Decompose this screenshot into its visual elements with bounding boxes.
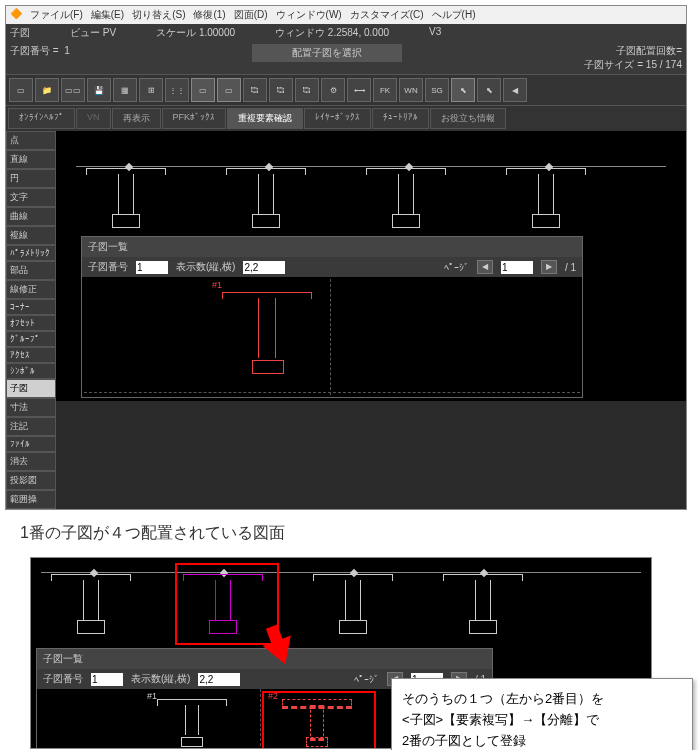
info-window: ウィンドウ 2.2584, 0.000 (275, 26, 389, 40)
tool-back-icon[interactable]: ◀ (503, 78, 527, 102)
tool-select-icon[interactable]: ▭ (191, 78, 215, 102)
child-list-panel: 子図一覧 子図番号 表示数(縦,横) ﾍﾟｰｼﾞ ◀ ▶ / 1 #1 (81, 236, 583, 398)
side-erase[interactable]: 消去 (6, 452, 56, 471)
tool-wn[interactable]: WN (399, 78, 423, 102)
menu-help[interactable]: ヘルプ(H) (432, 8, 476, 22)
side-note[interactable]: 注記 (6, 417, 56, 436)
cmd-tutorial[interactable]: ﾁｭｰﾄﾘｱﾙ (372, 108, 429, 129)
disp-input-2[interactable] (198, 673, 240, 686)
tool-overlay-icon[interactable]: ▭▭ (61, 78, 85, 102)
menu-bar: 🔶 ファイル(F) 編集(E) 切り替え(S) 修復(1) 図面(D) ウィンド… (6, 6, 686, 24)
menu-file[interactable]: ファイル(F) (30, 8, 83, 22)
menu-repair[interactable]: 修復(1) (193, 8, 225, 22)
beam-2 (226, 168, 306, 228)
tool-fk[interactable]: FK (373, 78, 397, 102)
side-part[interactable]: 部品 (6, 261, 56, 280)
child-preview-2a[interactable] (157, 699, 227, 747)
tool-config-icon[interactable]: ⚙ (321, 78, 345, 102)
beam-3 (366, 168, 446, 228)
tool-select2-icon[interactable]: ▭ (217, 78, 241, 102)
disp-input[interactable] (243, 261, 285, 274)
cmd-pfk[interactable]: PFKﾎﾞｯｸｽ (162, 108, 227, 129)
beam-1 (86, 168, 166, 228)
sidebar: 点 直線 円 文字 曲線 複線 ﾊﾟﾗﾒﾄﾘｯｸ 部品 線修正 ｺｰﾅｰ ｵﾌｾ… (6, 131, 56, 509)
tool-cursor2-icon[interactable]: ⬉ (477, 78, 501, 102)
toolbar: ▭ 📁 ▭▭ 💾 ▦ ⊞ ⋮⋮ ▭ ▭ ⿻ ⿻ ⿻ ⚙ ⟷ FK WN SG ⬉… (6, 74, 686, 106)
tool-copy-icon[interactable]: ⿻ (243, 78, 267, 102)
side-corner[interactable]: ｺｰﾅｰ (6, 299, 56, 315)
side-dim[interactable]: 寸法 (6, 398, 56, 417)
cmd-vn[interactable]: VN (76, 108, 111, 129)
beam2-3 (313, 574, 393, 634)
childno-input[interactable] (136, 261, 168, 274)
page-label: ﾍﾟｰｼﾞ (444, 262, 469, 273)
child-preview-1[interactable] (222, 292, 312, 382)
disp-label: 表示数(縦,横) (176, 260, 235, 274)
tool-dots-icon[interactable]: ⋮⋮ (165, 78, 189, 102)
tool-save-icon[interactable]: 💾 (87, 78, 111, 102)
page-input[interactable] (501, 261, 533, 274)
command-bar: ｵﾝﾗｲﾝﾍﾙﾌﾟ VN 再表示 PFKﾎﾞｯｸｽ 重複要素確認 ﾚｲﾔｰﾎﾞｯ… (6, 106, 686, 131)
side-circle[interactable]: 円 (6, 169, 56, 188)
tool-grid-icon[interactable]: ▦ (113, 78, 137, 102)
cmd-param[interactable]: 重複要素確認 (227, 108, 303, 129)
tool-cursor-icon[interactable]: ⬉ (451, 78, 475, 102)
side-point[interactable]: 点 (6, 131, 56, 150)
child-tag-1: #1 (212, 280, 222, 290)
cmd-layer[interactable]: ﾚｲﾔｰﾎﾞｯｸｽ (304, 108, 371, 129)
side-curve[interactable]: 曲線 (6, 207, 56, 226)
beam2-4 (443, 574, 523, 634)
info-bar: 子図 ビュー PV スケール 1.00000 ウィンドウ 2.2584, 0.0… (6, 24, 686, 42)
side-linefix[interactable]: 線修正 (6, 280, 56, 299)
side-text[interactable]: 文字 (6, 188, 56, 207)
tool-layer2-icon[interactable]: ⿻ (295, 78, 319, 102)
info-view: ビュー PV (70, 26, 116, 40)
childno-label: 子図番号 (88, 260, 128, 274)
beam-4 (506, 168, 586, 228)
menu-customize[interactable]: カスタマイズ(C) (350, 8, 424, 22)
side-proj[interactable]: 投影図 (6, 471, 56, 490)
status-title: 配置子図を選択 (252, 44, 402, 62)
cmd-online-help[interactable]: ｵﾝﾗｲﾝﾍﾙﾌﾟ (8, 108, 75, 129)
tool-new-icon[interactable]: ▭ (9, 78, 33, 102)
menu-window[interactable]: ウィンドウ(W) (276, 8, 342, 22)
page-next-icon[interactable]: ▶ (541, 260, 557, 274)
side-group[interactable]: ｸﾞﾙｰﾌﾟ (6, 331, 56, 347)
callout-text: そのうちの１つ（左から2番目）を <子図>【要素複写】→【分離】で 2番の子図と… (391, 678, 693, 750)
side-range[interactable]: 範囲操 (6, 490, 56, 509)
side-file[interactable]: ﾌｧｲﾙ (6, 436, 56, 452)
side-multi[interactable]: 複線 (6, 226, 56, 245)
tool-sg[interactable]: SG (425, 78, 449, 102)
menu-edit[interactable]: 編集(E) (91, 8, 124, 22)
drawing-canvas[interactable]: 子図一覧 子図番号 表示数(縦,横) ﾍﾟｰｼﾞ ◀ ▶ / 1 #1 (56, 131, 686, 401)
beam2-2 (183, 574, 263, 634)
tool-grid2-icon[interactable]: ⊞ (139, 78, 163, 102)
tool-open-icon[interactable]: 📁 (35, 78, 59, 102)
tool-layer-icon[interactable]: ⿻ (269, 78, 293, 102)
info-bar-2: 子図番号 = 1 配置子図を選択 子図配置回数= 子図サイズ = 15 / 17… (6, 42, 686, 74)
child-list-body[interactable]: #1 (82, 277, 582, 397)
side-access[interactable]: ｱｸｾｽ (6, 347, 56, 363)
page-prev-icon[interactable]: ◀ (477, 260, 493, 274)
side-symbol[interactable]: ｼﾝﾎﾞﾙ (6, 363, 56, 379)
side-offset[interactable]: ｵﾌｾｯﾄ (6, 315, 56, 331)
page-total: / 1 (565, 262, 576, 273)
tool-dim-icon[interactable]: ⟷ (347, 78, 371, 102)
side-parametric[interactable]: ﾊﾟﾗﾒﾄﾘｯｸ (6, 245, 56, 261)
child-preview-2b[interactable] (282, 699, 352, 747)
childno-input-2[interactable] (91, 673, 123, 686)
menu-figure[interactable]: 図面(D) (234, 8, 268, 22)
menu-switch[interactable]: 切り替え(S) (132, 8, 185, 22)
child-list-title: 子図一覧 (82, 237, 582, 257)
cmd-redraw[interactable]: 再表示 (112, 108, 161, 129)
info-scale: スケール 1.00000 (156, 26, 235, 40)
info-child: 子図 (10, 26, 30, 40)
cmd-useful[interactable]: お役立ち情報 (430, 108, 506, 129)
side-child[interactable]: 子図 (6, 379, 56, 398)
beam2-1 (51, 574, 131, 634)
side-line[interactable]: 直線 (6, 150, 56, 169)
caption-1: 1番の子図が４つ配置されている図面 (0, 515, 700, 552)
info-v3: V3 (429, 26, 441, 40)
